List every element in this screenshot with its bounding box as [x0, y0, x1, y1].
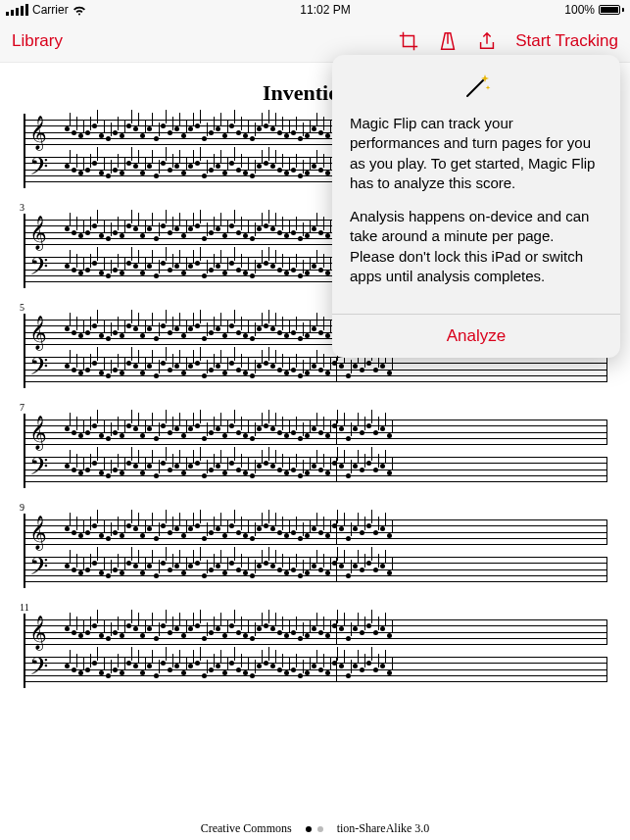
treble-clef-icon: 𝄞: [29, 414, 47, 451]
page-dot-1[interactable]: [306, 826, 312, 832]
bass-clef-icon: 𝄢: [29, 251, 48, 288]
svg-line-0: [467, 80, 483, 96]
treble-clef-icon: 𝄞: [29, 614, 47, 651]
bass-staff: 𝄢: [25, 551, 606, 588]
footer-left: Creative Commons: [201, 821, 292, 836]
bar-number: 9: [20, 502, 24, 513]
bass-clef-icon: 𝄢: [29, 151, 48, 188]
library-button[interactable]: Library: [12, 31, 63, 51]
bass-clef-icon: 𝄢: [29, 651, 48, 688]
staff-system: 11𝄞𝄢: [24, 614, 606, 688]
treble-staff: 𝄞: [25, 414, 606, 451]
signal-icon: [6, 4, 28, 16]
treble-clef-icon: 𝄞: [29, 114, 47, 151]
bass-staff: 𝄢: [25, 651, 606, 688]
crop-icon[interactable]: [398, 30, 419, 52]
page-indicator[interactable]: [298, 824, 331, 834]
treble-clef-icon: 𝄞: [29, 314, 47, 351]
bar-number: 3: [20, 202, 24, 213]
bass-clef-icon: 𝄢: [29, 451, 48, 488]
popover-text-2: Analysis happens on-device and can take …: [350, 207, 603, 286]
battery-icon: [599, 5, 624, 15]
share-icon[interactable]: [476, 30, 498, 52]
analyze-button[interactable]: Analyze: [332, 314, 620, 358]
bass-clef-icon: 𝄢: [29, 551, 48, 588]
staff-system: 9𝄞𝄢: [24, 514, 606, 588]
footer-right: tion-ShareAlike 3.0: [337, 821, 430, 836]
treble-clef-icon: 𝄞: [29, 514, 47, 551]
bass-clef-icon: 𝄢: [29, 351, 48, 388]
status-bar: Carrier 11:02 PM 100%: [0, 0, 630, 20]
status-right: 100%: [564, 3, 624, 17]
popover-body: Magic Flip can track your performances a…: [332, 114, 620, 314]
treble-staff: 𝄞: [25, 614, 606, 651]
popover-text-1: Magic Flip can track your performances a…: [350, 114, 603, 193]
battery-pct: 100%: [564, 3, 595, 17]
treble-clef-icon: 𝄞: [29, 214, 47, 251]
magic-wand-icon: [332, 55, 620, 114]
bass-staff: 𝄢: [25, 451, 606, 488]
bar-number: 7: [20, 402, 24, 413]
bar-number: 5: [20, 302, 24, 313]
carrier-label: Carrier: [32, 3, 69, 17]
page-dot-2[interactable]: [317, 826, 323, 832]
treble-staff: 𝄞: [25, 514, 606, 551]
start-tracking-button[interactable]: Start Tracking: [515, 31, 618, 51]
nav-actions: Start Tracking: [398, 30, 618, 52]
staff-system: 7𝄞𝄢: [24, 414, 606, 488]
analyze-popover: Magic Flip can track your performances a…: [332, 55, 620, 358]
footer: Creative Commons tion-ShareAlike 3.0: [0, 821, 630, 836]
metronome-icon[interactable]: [437, 30, 459, 52]
wifi-icon: [73, 5, 86, 16]
status-left: Carrier: [6, 3, 86, 17]
status-time: 11:02 PM: [300, 3, 350, 17]
bar-number: 11: [20, 602, 29, 613]
